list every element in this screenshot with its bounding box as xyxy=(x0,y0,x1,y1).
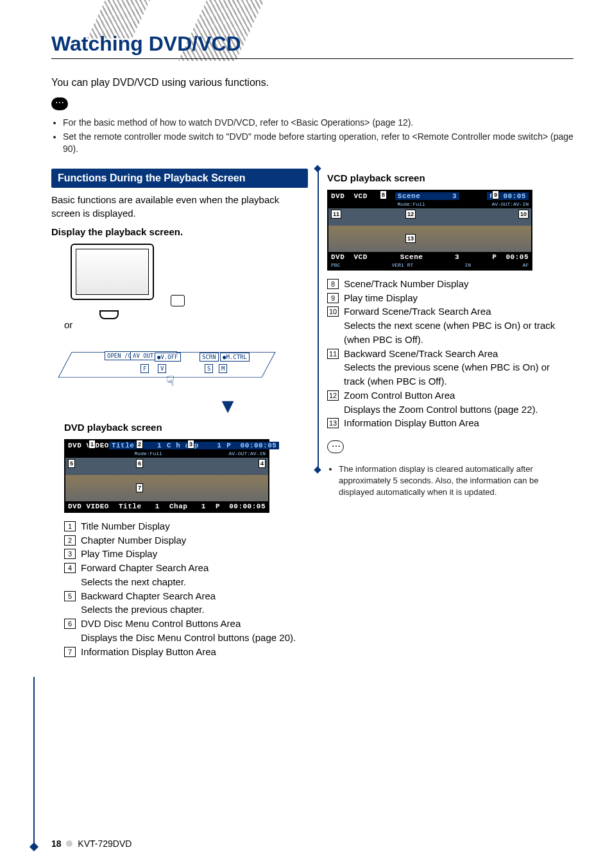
item-number: 10 xyxy=(327,306,339,317)
item-number: 3 xyxy=(64,549,76,559)
callout-7: 7 xyxy=(136,483,143,492)
item-number: 6 xyxy=(64,619,76,629)
item-text: Chapter Number Display xyxy=(81,533,308,547)
sub-label: RT xyxy=(407,262,414,268)
panel-label: ●V.OFF xyxy=(155,353,181,362)
title-label: Title xyxy=(119,503,142,510)
callout-9: 9 xyxy=(492,190,499,199)
panel-label: V xyxy=(158,364,166,373)
callout-2: 2 xyxy=(136,440,143,449)
item-text: Forward Chapter Search Area xyxy=(81,561,308,575)
dvd-item-list: 1Title Number Display 2Chapter Number Di… xyxy=(64,519,308,659)
callout-4: 4 xyxy=(259,459,266,468)
time-label: P xyxy=(226,442,231,449)
item-number: 11 xyxy=(327,349,339,359)
callout-5: 5 xyxy=(68,459,75,468)
control-panel-illustration: OPEN /CLOSE AV OUT ● SEL ●V.OFF SCRN ●M.… xyxy=(64,333,269,390)
time-value: P 00:05 xyxy=(492,253,529,261)
page-number: 18 xyxy=(51,839,62,849)
item-text: Backward Chapter Search Area xyxy=(81,589,308,603)
item-text: Information Display Button Area xyxy=(344,416,571,430)
item-number: 2 xyxy=(64,535,76,546)
vcd-label: DVD VCD xyxy=(331,253,368,261)
footnote: The information display is cleared autom… xyxy=(339,463,571,499)
sub-label: IN xyxy=(465,262,472,268)
dvd-screen-heading: DVD playback screen xyxy=(64,422,308,433)
panel-label: SCRN xyxy=(200,353,219,362)
sub-label: VER1 xyxy=(392,262,404,268)
intro-notes: For the basic method of how to watch DVD… xyxy=(63,117,574,156)
panel-label: M xyxy=(219,364,227,373)
avout-label: AV-OUT:AV-IN xyxy=(228,451,266,456)
title-value: 1 xyxy=(157,442,162,449)
item-desc: Selects the previous chapter. xyxy=(81,603,308,617)
item-desc: Selects the previous scene (when PBC is … xyxy=(344,360,571,388)
item-number: 13 xyxy=(327,418,339,428)
scene-label: Scene xyxy=(400,253,423,261)
mode-label: Mode:Full xyxy=(135,451,162,456)
item-desc: Selects the next chapter. xyxy=(81,575,308,589)
vcd-item-list: 8Scene/Track Number Display 9Play time D… xyxy=(327,277,571,430)
title-label: Title xyxy=(112,442,135,449)
item-number: 1 xyxy=(64,521,76,531)
item-number: 12 xyxy=(327,390,339,401)
callout-1: 1 xyxy=(89,440,96,449)
down-arrow-icon: ▼ xyxy=(148,394,308,418)
scene-value: 3 xyxy=(455,253,459,261)
callout-8: 8 xyxy=(380,190,387,199)
hand-pointer-icon: ☟ xyxy=(166,373,174,390)
footnote-list: The information display is cleared autom… xyxy=(330,463,571,499)
or-label: or xyxy=(64,319,308,330)
scene-value: 3 xyxy=(452,192,457,200)
chap-value: 1 xyxy=(201,503,206,510)
item-text: Zoom Control Button Area xyxy=(344,388,571,403)
item-text: Title Number Display xyxy=(81,519,308,533)
callout-11: 11 xyxy=(331,210,341,219)
item-text: Scene/Track Number Display xyxy=(344,277,571,291)
callout-12: 12 xyxy=(405,210,416,219)
model-name: KVT-729DVD xyxy=(78,839,132,849)
footer-dot-icon xyxy=(66,840,72,847)
panel-label: S xyxy=(205,364,213,373)
chap-label: Chap xyxy=(169,503,187,510)
item-desc: Displays the Disc Menu Control buttons (… xyxy=(81,631,308,645)
divider-dot xyxy=(314,165,321,172)
sub-label: PBC xyxy=(331,262,340,268)
monitor-illustration xyxy=(71,244,173,314)
item-number: 7 xyxy=(64,647,76,657)
divider-dot xyxy=(314,466,321,473)
section-heading: Functions During the Playback Screen xyxy=(51,169,308,188)
item-text: Information Display Button Area xyxy=(81,645,308,659)
intro-note: Set the remote controller mode switch to… xyxy=(63,131,574,156)
callout-10: 10 xyxy=(518,210,529,219)
chap-value: 1 xyxy=(217,442,221,449)
panel-label: F xyxy=(140,364,149,373)
callout-6: 6 xyxy=(136,459,143,468)
intro-note: For the basic method of how to watch DVD… xyxy=(63,117,574,129)
vcd-label: DVD VCD xyxy=(331,192,368,200)
section-lead: Basic functions are available even when … xyxy=(51,193,308,220)
title-value: 1 xyxy=(155,503,160,510)
intro-text: You can play DVD/VCD using various funct… xyxy=(51,77,574,88)
column-divider xyxy=(318,169,319,470)
page-footer: 18 KVT-729DVD xyxy=(51,839,132,849)
callout-13: 13 xyxy=(405,234,416,243)
item-desc: Displays the Zoom Control buttons (page … xyxy=(344,403,571,417)
vcd-playback-screenshot: DVD VCD Scene 3 P 00:05 Mode:FullAV-OUT:… xyxy=(327,190,532,271)
item-text: DVD Disc Menu Control Buttons Area xyxy=(81,617,308,631)
item-desc: Selects the next scene (when PBC is On) … xyxy=(344,319,571,347)
vcd-screen-heading: VCD playback screen xyxy=(327,172,571,183)
item-text: Forward Scene/Track Search Area xyxy=(344,305,571,319)
note-icon xyxy=(51,97,68,110)
callout-3: 3 xyxy=(187,440,194,449)
dvd-label: DVD VIDEO xyxy=(68,503,109,510)
item-text: Play Time Display xyxy=(81,547,308,561)
time-value: P 00:00:05 xyxy=(216,503,266,510)
item-number: 5 xyxy=(64,591,76,601)
item-number: 8 xyxy=(327,279,339,289)
time-value: 00:00:05 xyxy=(241,442,277,449)
page-title: Watching DVD/VCD xyxy=(51,32,574,59)
scene-label: Scene xyxy=(398,192,421,200)
step-heading: Display the playback screen. xyxy=(51,226,308,237)
avout-label: AV-OUT:AV-IN xyxy=(491,201,529,207)
